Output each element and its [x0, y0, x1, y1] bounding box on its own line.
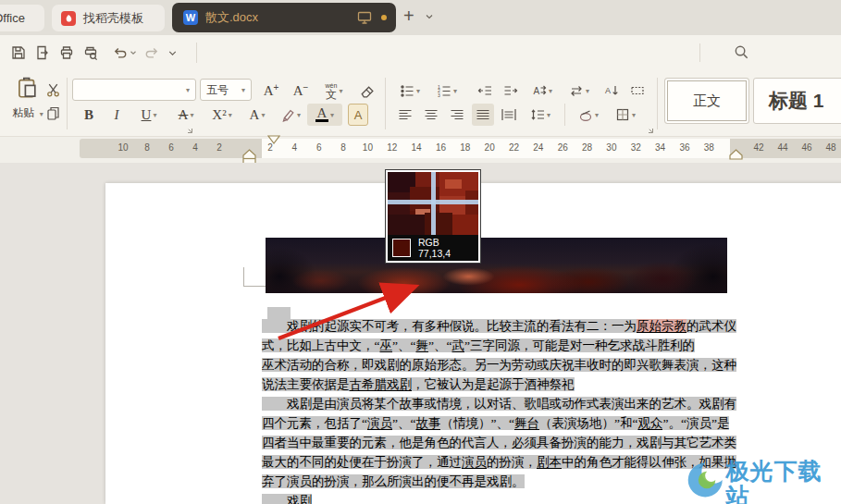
tab-template-store-label: 找稻壳模板 [83, 10, 143, 27]
paragraph-dialog-launcher-icon[interactable] [646, 126, 654, 134]
ruler-number: 4 [292, 142, 298, 153]
clear-format-eraser-icon[interactable] [355, 80, 377, 102]
ribbon-divider [564, 104, 565, 126]
export-button[interactable] [31, 42, 54, 64]
ruler-number: 44 [777, 142, 787, 153]
font-color-button[interactable]: A ▾ [307, 104, 342, 126]
text-line-3[interactable]: 说法主要依据是古希腊戏剧，它被认为是起源于酒神祭祀 [262, 375, 780, 394]
linked-term: 武 [451, 338, 464, 352]
asian-layout-button[interactable]: ▾ [563, 80, 596, 102]
style-heading-1[interactable]: 标题 1 [753, 78, 841, 124]
increase-indent-button[interactable] [500, 80, 522, 102]
redo-button[interactable] [141, 42, 163, 64]
search-icon[interactable] [733, 43, 750, 61]
text-run: 的扮演， [487, 455, 537, 469]
text-run: ”、“ [392, 416, 415, 430]
bullet-list-button[interactable]: ▾ [394, 80, 426, 102]
sync-monitor-icon[interactable] [357, 11, 372, 24]
tab-document-active[interactable]: W 散文.docx [172, 3, 396, 32]
crosshair-horizontal [388, 200, 478, 204]
watermark-title: 极光下载站 [725, 459, 841, 504]
ruler-number: 2 [216, 142, 222, 153]
justify-button[interactable] [472, 104, 494, 126]
save-button[interactable] [7, 42, 30, 64]
sort-button[interactable]: A [600, 80, 624, 102]
tab-list-chevron-icon[interactable] [424, 11, 435, 22]
decrease-font-button[interactable]: A− [289, 80, 313, 102]
ribbon-divider [385, 78, 386, 129]
text-line-4[interactable]: 戏剧是由演员将某个故事或情境，以对话、歌唱或动作式表演出来的艺术。戏剧有 [262, 394, 780, 413]
text-run: 巫术活动的合称，即戏剧的原始形态。另一为劳动或庆祝丰收时的即兴歌舞表演，这种 [262, 358, 736, 372]
tab-template-store[interactable]: 找稻壳模板 [52, 5, 165, 31]
print-preview-button[interactable] [80, 42, 102, 64]
text-effects-button[interactable]: A▾ [242, 104, 272, 126]
align-center-button[interactable] [420, 104, 442, 126]
underline-button[interactable]: U▾ [133, 104, 165, 126]
tab-office-label: Office [0, 11, 25, 25]
ruler-number: 14 [412, 142, 422, 153]
numbered-list-button[interactable]: 123▾ [431, 80, 463, 102]
text-run: 戏剧是由演员将某个故事或情境，以对话、歌唱或动作式表演出来的艺术。戏剧有 [262, 397, 736, 411]
linked-term: 故事 [415, 416, 440, 430]
ruler-number: 24 [533, 142, 543, 153]
undo-chevron-icon[interactable] [129, 48, 138, 57]
document-canvas[interactable]: 戏剧的起源实不可考，有多种假说。比较主流的看法有二：一为原始宗教的武术仪式，比如… [0, 163, 841, 504]
font-dialog-launcher-icon[interactable] [185, 126, 193, 134]
style-normal[interactable]: 正文 [664, 78, 749, 124]
borders-button[interactable]: ▾ [609, 104, 642, 126]
ruler-number: 8 [144, 142, 150, 153]
text-run: ，它被认为是起源于酒神祭祀 [412, 377, 575, 391]
character-shading-button[interactable]: A [348, 104, 368, 126]
italic-button[interactable]: I [105, 104, 128, 126]
text-line-5[interactable]: 四个元素，包括了“演员”、“故事（情境）”、“舞台（表演场地）”和“观众”。“演… [262, 413, 780, 433]
linked-term: 演员 [462, 455, 487, 469]
ruler-number: 38 [704, 142, 714, 153]
svg-text:3: 3 [438, 92, 440, 98]
writer-w-icon: W [183, 10, 198, 25]
shading-button[interactable]: ▾ [572, 104, 605, 126]
new-tab-button[interactable]: + [403, 6, 414, 27]
first-line-indent-marker[interactable] [267, 135, 280, 144]
superscript-button[interactable]: X²▾ [205, 104, 239, 126]
highlight-pen-button[interactable]: ▾ [276, 104, 305, 126]
text-run: 的武术仪 [686, 319, 736, 333]
horizontal-ruler[interactable]: 1086422468101214161820222426283032343638… [80, 139, 841, 158]
distribute-text-button[interactable] [498, 104, 520, 126]
decrease-indent-button[interactable] [474, 80, 496, 102]
tab-document-label: 散文.docx [205, 9, 258, 26]
svg-text:A: A [533, 86, 539, 96]
right-indent-marker[interactable] [729, 149, 743, 160]
margin-crop-mark [243, 267, 244, 287]
tab-stops-button[interactable] [625, 80, 649, 102]
text-line-6[interactable]: 四者当中最重要的元素，他是角色的代言人，必须具备扮演的能力，戏剧与其它艺术类 [262, 433, 780, 452]
strikethrough-button[interactable]: A▾ [170, 104, 202, 126]
align-left-button[interactable] [394, 104, 416, 126]
style-heading-1-label: 标题 1 [769, 88, 824, 114]
qat-more-chevron-icon[interactable] [167, 47, 179, 59]
menubar-divider [196, 43, 197, 63]
pinyin-guide-button[interactable]: wén 文 ▾ [318, 80, 350, 102]
line-spacing-button[interactable]: ▾ [524, 104, 557, 126]
ruler-number: 8 [340, 142, 346, 153]
ribbon-toolbar: 粘贴 ▾ ▾ 五号▾ A+ A− wén 文 ▾ [0, 70, 841, 137]
color-readout: RGB 77,13,4 [388, 235, 478, 261]
ruler-number: 16 [436, 142, 446, 153]
search-divider [699, 43, 700, 62]
text-run: （表演场地）”和“ [539, 416, 637, 430]
text-run: ”、“ [428, 338, 451, 352]
copy-button[interactable] [43, 102, 63, 124]
text-direction-button[interactable]: A▾ [526, 80, 559, 102]
cut-button[interactable] [43, 78, 63, 100]
clipboard-icon [16, 76, 40, 100]
font-name-combobox[interactable]: ▾ [72, 79, 196, 101]
ruler-number: 22 [509, 142, 519, 153]
align-right-button[interactable] [446, 104, 468, 126]
text-run: 弃了演员的扮演，那么所演出的便不再是戏剧。 [262, 474, 525, 488]
ruler-number: 4 [192, 142, 198, 153]
print-button[interactable] [56, 42, 78, 64]
text-line-2[interactable]: 巫术活动的合称，即戏剧的原始形态。另一为劳动或庆祝丰收时的即兴歌舞表演，这种 [262, 355, 780, 375]
bold-button[interactable]: B [78, 104, 100, 126]
increase-font-button[interactable]: A+ [259, 80, 283, 102]
font-size-combobox[interactable]: 五号▾ [200, 79, 252, 101]
tab-office[interactable]: Office [0, 5, 44, 31]
